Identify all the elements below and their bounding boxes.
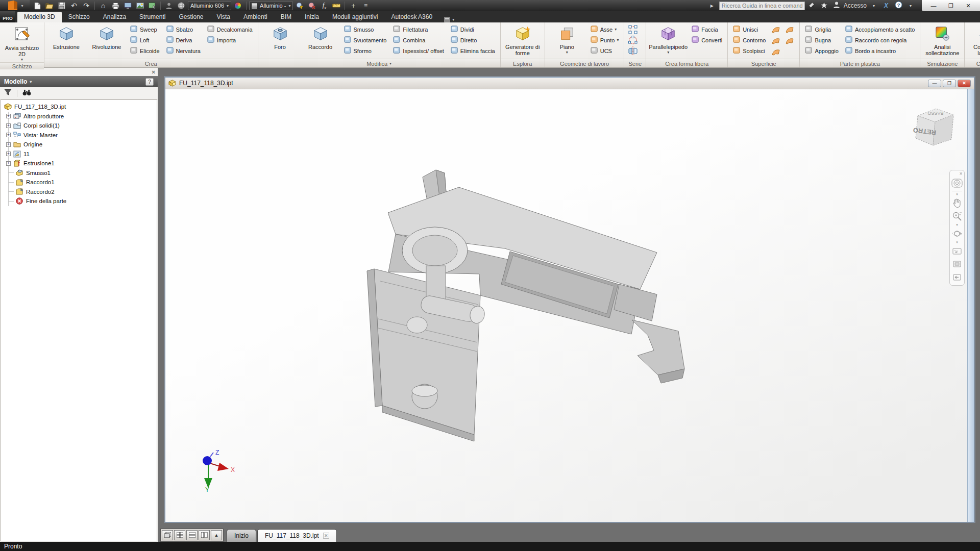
close-button[interactable]: ✕ (960, 1, 977, 10)
estrusione-button[interactable]: Estrusione (47, 24, 86, 58)
foro-button[interactable]: Foro (261, 24, 300, 58)
tile-vertical-icon[interactable] (199, 530, 210, 540)
view-face-button[interactable] (951, 258, 963, 270)
ispessisci-offset-button[interactable]: Ispessisci/ offset (390, 45, 447, 56)
logo-dropdown-arrow[interactable]: ▾ (21, 4, 23, 8)
cascade-windows-icon[interactable] (162, 530, 173, 540)
appoggio-button[interactable]: Appoggio (802, 45, 841, 56)
loft-button[interactable]: Loft (128, 35, 162, 45)
tree-item-corpi-solidi-1[interactable]: +Corpi solidi(1) (1, 121, 157, 131)
tree-expander[interactable]: + (6, 142, 11, 147)
piano-button[interactable]: Piano▾ (548, 24, 586, 58)
parallelepipedo-button[interactable]: Parallelepipedo▾ (649, 24, 688, 58)
sostituisci-button[interactable] (783, 35, 796, 46)
material-combo-arrow[interactable]: ▾ (227, 4, 229, 8)
tab-moduli-aggiuntivi[interactable]: Moduli aggiuntivi (326, 12, 384, 22)
raccordo-con-regola-button[interactable]: Raccordo con regola (843, 35, 917, 45)
search-binoculars-icon[interactable] (22, 89, 31, 97)
raccordo-button[interactable]: Raccordo (301, 24, 340, 58)
browser-close-icon[interactable]: ✕ (152, 69, 156, 75)
doc-close-button[interactable]: ✕ (958, 80, 971, 87)
doc-minimize-button[interactable]: — (928, 80, 941, 87)
patch-superficie-button[interactable] (770, 24, 782, 35)
panel-modifica-arrow[interactable]: ▾ (389, 61, 391, 66)
part-3d-model[interactable] (352, 166, 699, 462)
ucs-button[interactable]: UCS (588, 45, 622, 56)
generatore-di-forme-button[interactable]: Generatore di forme (503, 24, 542, 58)
tree-expander[interactable]: + (6, 114, 11, 118)
tab-inizio[interactable]: Inizio (227, 529, 256, 542)
adjust-appearance-icon[interactable] (294, 1, 305, 11)
tab-close-icon[interactable]: ✕ (323, 533, 329, 539)
svuotamento-button[interactable]: Svuotamento (341, 35, 389, 45)
save-icon[interactable] (56, 1, 67, 11)
converti-in-lamiera-button[interactable]: Converti in lamiera (967, 24, 980, 58)
tab-analizza[interactable]: Analizza (96, 12, 133, 22)
tutorials-icon[interactable] (122, 1, 133, 11)
punto-button[interactable]: Punto▾ (588, 35, 622, 45)
parallelepipedo-arrow[interactable]: ▾ (667, 50, 669, 55)
tab-bim[interactable]: BIM (274, 12, 298, 22)
restore-button[interactable]: ❐ (942, 1, 960, 10)
sformo-button[interactable]: Sformo (341, 45, 389, 56)
account-label[interactable]: Accesso (844, 2, 867, 9)
document-title-bar[interactable]: FU_117_118_3D.ipt — ❐ ✕ (165, 78, 974, 89)
tree-item-raccordo1[interactable]: Raccordo1 (1, 178, 157, 187)
print-icon[interactable] (110, 1, 121, 11)
help-globe-icon[interactable] (176, 1, 187, 11)
dividi-button[interactable]: Dividi (448, 24, 498, 35)
sbalzo-button[interactable]: Sbalzo (164, 24, 203, 35)
measure-icon[interactable] (331, 1, 342, 11)
viewport-3d[interactable]: BASSO RETRO ✕ ▾▾▾ Z X Y (165, 89, 974, 522)
estendi-button[interactable] (783, 24, 796, 35)
zoom-button[interactable] (951, 210, 963, 222)
importa-button[interactable]: Importa (205, 35, 255, 45)
tree-expander[interactable]: + (6, 161, 11, 166)
look-at-button[interactable] (951, 245, 963, 257)
appearance-combo[interactable]: Alluminio -▾ (249, 1, 293, 10)
nervatura-button[interactable]: Nervatura (164, 45, 203, 56)
tree-expander[interactable]: + (6, 123, 11, 128)
pan-hand-button[interactable] (951, 197, 963, 209)
tree-item-vista-master[interactable]: +Vista: Master (1, 131, 157, 140)
tab-gestione[interactable]: Gestione (172, 12, 210, 22)
bordo-a-incastro-button[interactable]: Bordo a incastro (843, 45, 917, 56)
tree-item-altro-produttore[interactable]: +Altro produttore (1, 112, 157, 121)
help-search-input[interactable] (719, 2, 805, 10)
unisci-button[interactable]: Unisci (730, 24, 768, 35)
ispessisci-superficie-button[interactable] (770, 46, 782, 57)
panel-label-modifica[interactable]: Modifica▾ (258, 59, 500, 67)
deriva-button[interactable]: Deriva (164, 35, 203, 45)
navbar-item-arrow[interactable]: ▾ (956, 223, 958, 227)
exchange-apps-icon[interactable]: X (881, 2, 891, 9)
favorites-star-icon[interactable] (819, 2, 829, 10)
doc-restore-button[interactable]: ❐ (943, 80, 956, 87)
combina-button[interactable]: Combina (390, 35, 447, 45)
viewcube-top-label[interactable]: BASSO (927, 111, 943, 116)
tree-item-smusso1[interactable]: Smusso1 (1, 168, 157, 178)
serie-circolare-button[interactable] (627, 35, 639, 45)
tab-vista[interactable]: Vista (210, 12, 236, 22)
avvia-schizzo-2d-arrow[interactable]: ▾ (21, 57, 23, 62)
diretto-button[interactable]: Diretto (448, 35, 498, 45)
user-account-icon[interactable] (831, 2, 842, 10)
analisi-sollecitazione-button[interactable]: Analisi sollecitazione (923, 24, 962, 58)
ribbon-options-arrow[interactable]: ▾ (452, 17, 454, 22)
open-icon[interactable] (44, 1, 55, 11)
viewport-scrollbar[interactable] (967, 89, 974, 522)
decalcomania-button[interactable]: Decalcomania (205, 24, 255, 35)
inventor-logo[interactable]: ▾ (0, 0, 30, 11)
ribbon-options[interactable]: ▾ (444, 17, 454, 22)
account-dropdown-arrow[interactable]: ▾ (869, 4, 879, 8)
new-file-icon[interactable] (32, 1, 43, 11)
tree-item-11[interactable]: +11 (1, 149, 157, 159)
tab-ambienti[interactable]: Ambienti (237, 12, 274, 22)
navbar-item-arrow[interactable]: ▾ (956, 241, 958, 244)
browser-help-icon[interactable]: ? (145, 78, 154, 86)
tile-windows-icon[interactable] (174, 530, 185, 540)
appearance-combo-arrow[interactable]: ▾ (288, 4, 290, 8)
tree-item-raccordo2[interactable]: Raccordo2 (1, 187, 157, 197)
search-expand-icon[interactable]: ▸ (707, 2, 717, 9)
browser-header[interactable]: Modello ▾ ? (0, 76, 158, 87)
tab-strumenti[interactable]: Strumenti (133, 12, 172, 22)
